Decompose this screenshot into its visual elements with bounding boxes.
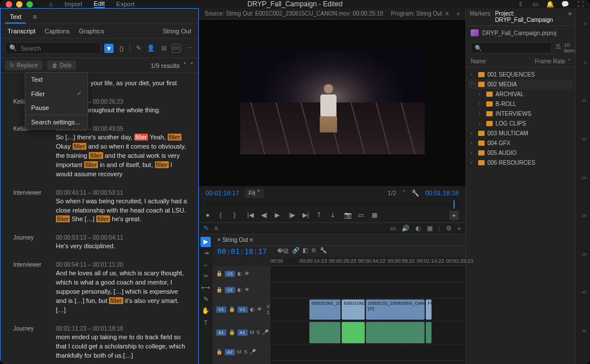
close-window[interactable] bbox=[6, 1, 12, 7]
step-back-icon[interactable]: ◀| bbox=[261, 211, 269, 219]
minimize-window[interactable] bbox=[16, 1, 22, 7]
add-marker-icon[interactable]: ● bbox=[206, 211, 214, 219]
segment-text[interactable]: And he loves all of us, which is scary t… bbox=[56, 269, 190, 315]
search-box[interactable]: 🔍 bbox=[5, 42, 101, 54]
fx-grid-icon[interactable]: ▦ bbox=[427, 225, 433, 232]
bin-row[interactable]: ›005 AUDIO bbox=[468, 148, 573, 158]
bin-row[interactable]: ›004 GFX bbox=[468, 138, 573, 148]
video-clip[interactable]: E001C002_230813CU bbox=[342, 299, 365, 320]
selection-tool-icon[interactable]: ▶ bbox=[201, 237, 211, 247]
fx-more-icon[interactable]: » bbox=[457, 225, 461, 232]
subtab-captions[interactable]: Captions bbox=[45, 28, 70, 35]
pen-tool-icon[interactable]: ✎ bbox=[201, 294, 211, 305]
bin-row[interactable]: ›B-ROLL bbox=[468, 99, 573, 109]
audio-clip[interactable] bbox=[426, 322, 432, 343]
compare-icon[interactable]: ▭ bbox=[358, 211, 366, 219]
video-clip[interactable]: F0 bbox=[426, 299, 432, 320]
next-result-icon[interactable]: ˅ bbox=[190, 62, 194, 69]
menu-edit[interactable]: Edit bbox=[94, 0, 105, 8]
tab-markers[interactable]: Markers bbox=[470, 10, 490, 23]
bin-row[interactable]: ›001 SEQUENCES bbox=[468, 70, 573, 79]
wrench-icon[interactable]: 🔧 bbox=[411, 189, 419, 197]
safe-icon[interactable]: ▦ bbox=[372, 211, 380, 219]
timeline-seq-tab[interactable]: × String Out ≡ bbox=[217, 237, 253, 243]
fx-audio-icon[interactable]: 🔊 bbox=[402, 225, 410, 232]
fx-settings-icon[interactable]: ⚙ bbox=[446, 225, 452, 232]
more-icon[interactable]: ⋯ bbox=[184, 44, 194, 53]
audio-clip[interactable] bbox=[309, 322, 341, 343]
program-tab[interactable]: Program: String Out bbox=[391, 10, 442, 17]
export-frame-icon[interactable]: 📷 bbox=[344, 211, 352, 219]
fx-monitor-icon[interactable]: ▭ bbox=[390, 225, 396, 232]
bin-row[interactable]: ›INTERVIEWS bbox=[468, 109, 573, 119]
speaker-icon[interactable]: 👤 bbox=[146, 44, 156, 53]
program-monitor[interactable] bbox=[199, 20, 466, 186]
audio-clip[interactable] bbox=[342, 322, 365, 343]
transcript-segment[interactable]: Keilan00:00:26:23 – 00:00:43:05So […] th… bbox=[13, 126, 190, 179]
extract-icon[interactable]: ⤓ bbox=[330, 211, 338, 219]
delete-button[interactable]: 🗑Dele bbox=[47, 60, 77, 70]
pencil-icon[interactable]: ✎ bbox=[134, 44, 143, 53]
timeline-ruler[interactable]: 00:0000:00:14:2300:00:29:2300:00:44:2200… bbox=[270, 257, 466, 266]
cc-icon[interactable]: CC bbox=[172, 44, 181, 53]
project-filter-icon[interactable]: ⥹ bbox=[555, 42, 561, 51]
type-tool-icon[interactable]: T bbox=[201, 317, 211, 328]
chat-icon[interactable]: 💬 bbox=[561, 0, 569, 8]
play-icon[interactable]: ▶ bbox=[275, 211, 283, 219]
razor-tool-icon[interactable]: ✂ bbox=[201, 271, 211, 282]
fx-bars-icon[interactable]: ≡ bbox=[214, 225, 218, 232]
fit-select[interactable]: Fit ˅ bbox=[245, 188, 264, 198]
subtab-graphics[interactable]: Graphics bbox=[79, 28, 104, 35]
project-search[interactable] bbox=[471, 42, 552, 54]
marker-span-icon[interactable]: ◧ bbox=[302, 247, 308, 255]
track-select-icon[interactable]: ⇥ bbox=[201, 248, 211, 259]
segment-text[interactable]: mom ended up taking me to do track field… bbox=[56, 333, 190, 361]
tab-text[interactable]: Text bbox=[5, 11, 26, 24]
wrench2-icon[interactable]: 🔧 bbox=[320, 247, 327, 255]
bin-row[interactable]: ›006 RESOURCES bbox=[468, 158, 573, 168]
filter-icon[interactable]: ▼ bbox=[104, 44, 114, 53]
prev-result-icon[interactable]: ˄ bbox=[183, 62, 187, 69]
transcript-segment[interactable]: Interviewer00:00:43:11 – 00:00:53:11So w… bbox=[13, 189, 190, 225]
transcript-segment[interactable]: Journey00:01:11:23 – 00:01:18:18mom ende… bbox=[13, 325, 190, 361]
quick-export-icon[interactable]: ⇪ bbox=[516, 0, 524, 8]
go-out-icon[interactable]: ▶| bbox=[302, 211, 311, 219]
subtab-transcript[interactable]: Transcript bbox=[7, 28, 36, 35]
bin-row[interactable]: ›LOG CLIPS bbox=[468, 119, 573, 128]
bell-icon[interactable]: 🔔 bbox=[546, 0, 554, 8]
timeline-timecode[interactable]: 00:01:18:17 bbox=[217, 247, 267, 256]
half-res[interactable]: 1/2 bbox=[388, 189, 396, 196]
col-framerate[interactable]: Frame Rate bbox=[535, 58, 565, 65]
segment-text[interactable]: He's very disciplined. bbox=[56, 242, 190, 251]
slip-tool-icon[interactable]: ⟷ bbox=[201, 283, 211, 293]
dropdown-pause[interactable]: Pause bbox=[25, 101, 88, 115]
workspace-icon[interactable]: ▭ bbox=[531, 0, 539, 8]
mark-out-icon[interactable]: } bbox=[233, 211, 241, 219]
program-timecode[interactable]: 00:01:18:17 bbox=[206, 189, 239, 196]
menu-export[interactable]: Export bbox=[116, 1, 135, 7]
timeline-tracks[interactable]: 🔒V3◐👁 🔒V2◐👁 V1🔒V1◐👁Video 1 D002C001_2308… bbox=[213, 266, 466, 364]
dropdown-settings[interactable]: Search settings... bbox=[25, 115, 88, 129]
button-editor-icon[interactable]: + bbox=[449, 211, 459, 220]
fx-color-icon[interactable]: ◐ bbox=[415, 225, 421, 232]
transcript-segment[interactable]: Journey00:00:53:13 – 00:00:54:11He's ver… bbox=[13, 234, 190, 251]
hand-tool-icon[interactable]: ✋ bbox=[201, 306, 211, 316]
lift-icon[interactable]: ⤒ bbox=[316, 211, 324, 219]
transcript-segment[interactable]: Interviewer00:00:54:11 – 00:01:11:20And … bbox=[13, 261, 190, 315]
bin-row[interactable]: ›ARCHIVAL bbox=[468, 89, 573, 99]
dropdown-filler[interactable]: Filler bbox=[25, 86, 88, 101]
search-input[interactable] bbox=[21, 45, 97, 52]
video-clip[interactable]: D002C001_230816SG_CANON.mov bbox=[309, 299, 341, 320]
program-scrubber[interactable] bbox=[206, 202, 459, 207]
dropdown-text[interactable]: Text bbox=[25, 73, 88, 86]
fullscreen-icon[interactable]: ⛶ bbox=[576, 0, 584, 8]
bin-row[interactable]: ›003 MULTICAM bbox=[468, 128, 573, 138]
braces-icon[interactable]: {} bbox=[117, 44, 126, 53]
mark-in-icon[interactable]: { bbox=[220, 211, 228, 219]
step-fwd-icon[interactable]: |▶ bbox=[289, 211, 297, 219]
replace-button[interactable]: ↻Replace bbox=[5, 60, 43, 70]
snap-icon[interactable]: �磁 bbox=[277, 247, 289, 255]
maximize-window[interactable] bbox=[27, 1, 33, 7]
segment-text[interactable]: So when I was being recruited, I actuall… bbox=[56, 197, 190, 225]
fx-pen-icon[interactable]: ✎ bbox=[203, 225, 209, 232]
